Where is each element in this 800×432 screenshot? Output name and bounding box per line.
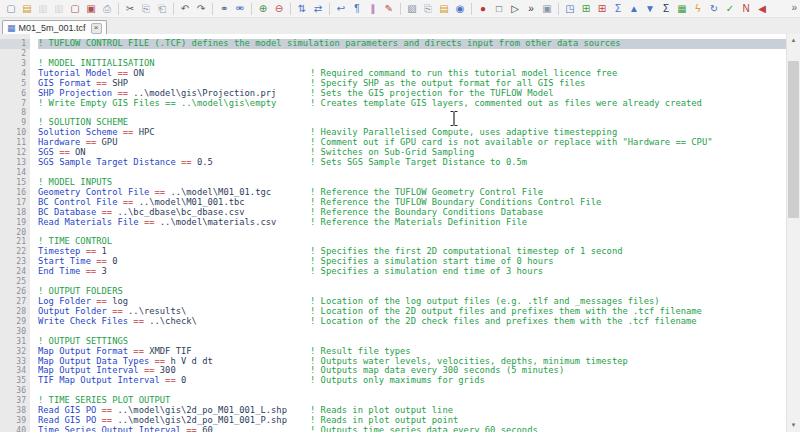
paste-icon[interactable]: ⎗ — [155, 1, 170, 16]
close-icon[interactable]: ▢ — [68, 1, 83, 16]
line-number[interactable]: 19 — [0, 218, 30, 228]
line-number[interactable]: 24 — [0, 267, 30, 277]
line-number[interactable]: 34 — [0, 366, 30, 376]
line-number[interactable]: 33 — [0, 357, 30, 367]
line-number[interactable]: 9 — [0, 118, 30, 128]
line-number[interactable]: 12 — [0, 148, 30, 158]
user-defined-dialog-icon[interactable]: ✎ — [382, 1, 397, 16]
line-number[interactable]: 26 — [0, 287, 30, 297]
code-line[interactable]: 13SGS Sample Target Distance == 0.5! Set… — [0, 158, 786, 168]
line-number[interactable]: 27 — [0, 297, 30, 307]
macro-run-multiple-icon[interactable]: » — [524, 1, 539, 16]
open-folder-icon[interactable]: ▤ — [20, 1, 35, 16]
tab-close-icon[interactable]: × — [91, 23, 102, 34]
plugin-lightning-icon[interactable]: ϟ — [691, 1, 706, 16]
line-number[interactable]: 22 — [0, 247, 30, 257]
plugin-panel-icon[interactable]: ◳ — [563, 1, 578, 16]
line-number[interactable]: 36 — [0, 386, 30, 396]
copy-icon[interactable]: ⎘ — [139, 1, 154, 16]
plugin-speaker-icon[interactable]: ◀ — [755, 1, 770, 16]
line-number[interactable]: 8 — [0, 108, 30, 118]
scrollbar-down-arrow-icon[interactable]: ▼ — [787, 419, 800, 432]
close-all-icon[interactable]: ▣ — [84, 1, 99, 16]
line-number[interactable]: 14 — [0, 168, 30, 178]
line-number[interactable]: 13 — [0, 158, 30, 168]
zoom-out-icon[interactable]: ⊖ — [272, 1, 287, 16]
line-number[interactable]: 4 — [0, 69, 30, 79]
save-all-icon[interactable]: ▥ — [52, 1, 67, 16]
macro-record-icon[interactable]: ● — [476, 1, 491, 16]
undo-icon[interactable]: ↶ — [178, 1, 193, 16]
find-icon[interactable]: ⚭ — [217, 1, 232, 16]
code-line[interactable]: 35TIF Map Output Interval == 0! Outputs … — [0, 376, 786, 386]
line-number[interactable]: 15 — [0, 178, 30, 188]
line-number[interactable]: 37 — [0, 396, 30, 406]
plugin-sum-blue-icon[interactable]: Σ — [611, 1, 626, 16]
line-number[interactable]: 16 — [0, 188, 30, 198]
line-number[interactable]: 6 — [0, 89, 30, 99]
print-icon[interactable]: ⎙ — [100, 1, 115, 16]
line-number[interactable]: 32 — [0, 347, 30, 357]
macro-play-icon[interactable]: ▷ — [508, 1, 523, 16]
show-indent-guide-icon[interactable]: ∥ — [366, 1, 381, 16]
line-number[interactable]: 39 — [0, 416, 30, 426]
line-number[interactable]: 29 — [0, 317, 30, 327]
line-number[interactable]: 17 — [0, 198, 30, 208]
code-line[interactable]: 29Write Check Files == ..\check\! Locati… — [0, 317, 786, 327]
plugin-check-icon[interactable]: ✓ — [723, 1, 738, 16]
cut-icon[interactable]: ✂ — [123, 1, 138, 16]
line-number[interactable]: 7 — [0, 99, 30, 109]
line-number[interactable]: 11 — [0, 138, 30, 148]
macro-stop-icon[interactable]: □ — [492, 1, 507, 16]
line-number[interactable]: 10 — [0, 128, 30, 138]
document-clone-icon[interactable]: ⎘ — [421, 1, 436, 16]
line-number[interactable]: 5 — [0, 79, 30, 89]
code-line[interactable]: 20 — [0, 228, 786, 238]
macro-save-icon[interactable]: ▣ — [540, 1, 555, 16]
line-number[interactable]: 23 — [0, 257, 30, 267]
plugin-table-red-icon[interactable]: ⊞ — [595, 1, 610, 16]
vertical-scrollbar[interactable]: ▲ ▼ — [786, 34, 800, 432]
plugin-move-down-icon[interactable]: ▼ — [643, 1, 658, 16]
sync-vertical-scroll-icon[interactable]: ⇅ — [295, 1, 310, 16]
line-number[interactable]: 28 — [0, 307, 30, 317]
line-number[interactable]: 20 — [0, 228, 30, 238]
line-number[interactable]: 21 — [0, 237, 30, 247]
toolbar-overflow-chevron-icon[interactable]: » — [791, 2, 797, 14]
code-line[interactable]: 1! TUFLOW CONTROL FILE (.TCF) defines th… — [0, 39, 786, 49]
code-line[interactable]: 19Read Materials File == ..\model\materi… — [0, 218, 786, 228]
sync-horizontal-scroll-icon[interactable]: ⇄ — [311, 1, 326, 16]
code-line[interactable]: 40Time Series Output Interval == 60! Out… — [0, 426, 786, 432]
line-number[interactable]: 31 — [0, 337, 30, 347]
scrollbar-thumb[interactable] — [788, 61, 799, 218]
word-wrap-icon[interactable]: ↩ — [334, 1, 349, 16]
code-line[interactable]: 14 — [0, 168, 786, 178]
line-number[interactable]: 25 — [0, 277, 30, 287]
scrollbar-up-arrow-icon[interactable]: ▲ — [787, 34, 800, 47]
line-number[interactable]: 18 — [0, 208, 30, 218]
save-icon[interactable]: ▥ — [36, 1, 51, 16]
line-number[interactable]: 2 — [0, 49, 30, 59]
code-line[interactable]: 7! Write Empty GIS Files == ..\model\gis… — [0, 99, 786, 109]
redo-icon[interactable]: ↷ — [194, 1, 209, 16]
replace-icon[interactable]: ⚮ — [233, 1, 248, 16]
zoom-in-icon[interactable]: ⊕ — [256, 1, 271, 16]
line-number[interactable]: 3 — [0, 59, 30, 69]
plugin-move-up-icon[interactable]: ▲ — [627, 1, 642, 16]
plugin-grid-icon[interactable]: ▦ — [675, 1, 690, 16]
document-map-icon[interactable]: ▧ — [405, 1, 420, 16]
editor[interactable]: 1! TUFLOW CONTROL FILE (.TCF) defines th… — [0, 34, 786, 432]
line-number[interactable]: 30 — [0, 327, 30, 337]
tab-M01_5m_001.tcf[interactable]: ▦M01_5m_001.tcf× — [2, 20, 107, 35]
line-number[interactable]: 38 — [0, 406, 30, 416]
plugin-n-icon[interactable]: N — [739, 1, 754, 16]
plugin-table-green-icon[interactable]: ⊞ — [579, 1, 594, 16]
folder-as-workspace-icon[interactable]: ▤ — [437, 1, 452, 16]
file-monitoring-eye-icon[interactable]: ◉ — [453, 1, 468, 16]
new-file-icon[interactable]: ▢ — [4, 1, 19, 16]
plugin-sum-dark-icon[interactable]: Σ — [659, 1, 674, 16]
line-number[interactable]: 40 — [0, 426, 30, 432]
show-all-characters-icon[interactable]: ¶ — [350, 1, 365, 16]
plugin-refresh-icon[interactable]: ↻ — [707, 1, 722, 16]
line-number[interactable]: 35 — [0, 376, 30, 386]
